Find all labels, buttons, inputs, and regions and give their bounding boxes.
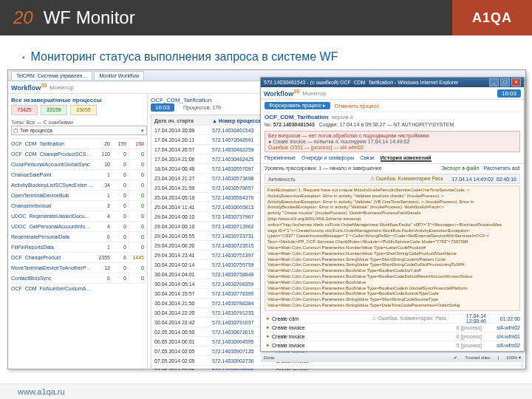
detail-tab[interactable]: Переменные bbox=[265, 155, 296, 162]
activity-row[interactable]: ▸Create invoice5 [process]sl4-wfm02 bbox=[265, 341, 520, 349]
process-type-row[interactable]: OCF_CDM_Tarification20159158 bbox=[11, 138, 144, 149]
popup-wf-header: Workflow30 Монитор 16:03 bbox=[261, 87, 524, 100]
bullet-text: Мониторинг статуса выполнения запроса в … bbox=[22, 50, 532, 64]
process-type-row[interactable]: UDOC_RegenerateUasiedDocumentList400 bbox=[11, 211, 144, 221]
force-process-button[interactable]: Форсировать процесс ▸ bbox=[265, 102, 330, 109]
footer: www.a1qa.ru bbox=[0, 383, 532, 399]
process-type-row[interactable]: ContactBlissSync600 bbox=[11, 273, 144, 283]
logo-block: A1QA bbox=[452, 0, 532, 35]
process-type-row[interactable]: OCF_ChangeProduct235581445 bbox=[11, 252, 144, 262]
screenshot-area: TelCRM. Система управлен… Monitor Workfl… bbox=[7, 69, 525, 372]
process-type-row[interactable]: RegeneratePersonalData600 bbox=[11, 231, 144, 242]
counts: 73425 22159 23655 bbox=[11, 105, 144, 115]
zoom-select[interactable]: 100% ▾ bbox=[506, 355, 521, 360]
count-yellow[interactable]: 23655 bbox=[70, 105, 97, 115]
proc-count: Процессов: 179 bbox=[183, 105, 221, 110]
popup-window: 572.14030481543 - (с ошибкой) OCF_CDM_Ta… bbox=[260, 77, 525, 352]
activity-row[interactable]: ▸Create invoice6 [process]sl4-wfm01 bbox=[265, 332, 520, 341]
brand: Workflow30 bbox=[11, 83, 47, 92]
detail-tabs: ПеременныеОчереди и семафорыСвязиИстория… bbox=[261, 154, 524, 164]
clock-badge-2[interactable]: 16:03 bbox=[151, 103, 174, 112]
ie-statusbar: Done ✔Trusted sites |100% ▾ bbox=[261, 352, 524, 362]
footer-url: www.a1qa.ru bbox=[18, 387, 65, 396]
activity-row[interactable]: ▸Create invoice6 [process]sl4-wfm02 bbox=[265, 323, 520, 332]
process-type-row[interactable]: UDOC_GetPersonalAccountInfomRegion400 bbox=[11, 221, 144, 231]
detail-tab[interactable]: История изменений bbox=[381, 155, 432, 162]
recalc-link[interactable]: Рассчитать всё bbox=[483, 166, 520, 171]
brand: Workflow30 bbox=[264, 89, 299, 98]
popup-breadcrumb: OCF_CDM_Tarification версия 4 bbox=[261, 112, 524, 122]
process-type-row[interactable]: ChangeSalePoint100 bbox=[11, 169, 144, 180]
process-type-row[interactable]: FillFinReportsData100 bbox=[11, 242, 144, 252]
id-line: №: 572.14030481543 Создан: 17.04.14 в 09… bbox=[261, 122, 524, 129]
count-green[interactable]: 22159 bbox=[41, 105, 67, 115]
count-red[interactable]: 73425 bbox=[11, 105, 38, 115]
ie-titlebar: 572.14030481543 - (с ошибкой) OCF_CDM_Ta… bbox=[261, 78, 524, 87]
activity-header: Активность⚠ Ошибка. Комментарии Раск.17.… bbox=[265, 174, 520, 184]
max-icon[interactable]: ▢ bbox=[500, 78, 510, 86]
slide: 20 WF Monitor A1QA Мониторинг статуса вы… bbox=[0, 0, 532, 399]
process-type-row[interactable]: ClosePersonalAccountGlobalSync1000 bbox=[11, 159, 144, 169]
process-row[interactable]: 07.05.2014 02:05572.14030920066Create in… bbox=[151, 365, 522, 370]
logo-text: A1QA bbox=[472, 10, 512, 26]
tab-monitor[interactable]: Monitor Workflow bbox=[94, 71, 144, 80]
slide-number: 20 bbox=[13, 7, 33, 28]
tab-telcrm[interactable]: TelCRM. Система управлен… bbox=[11, 71, 92, 80]
detail-tab[interactable]: Очереди и семафоры bbox=[301, 155, 354, 162]
section: Монитор bbox=[50, 84, 74, 91]
types-label: Типы: Все — С ошибками bbox=[11, 120, 144, 125]
export-link[interactable]: Экспорт в файл bbox=[441, 166, 480, 171]
clock-badge[interactable]: 16:03 bbox=[497, 89, 521, 98]
cancel-process-button[interactable]: Отменить процесс bbox=[335, 103, 379, 109]
type-select[interactable]: ▢ Тип процесса bbox=[11, 126, 147, 135]
close-icon[interactable]: ✕ bbox=[511, 78, 521, 86]
slide-title: WF Monitor bbox=[44, 7, 135, 28]
error-trace: FaultException`1: Request have not uniqu… bbox=[265, 185, 520, 311]
process-type-row[interactable]: ChangeIndividual200 bbox=[11, 200, 144, 211]
trace-level: Уровень трассировки: 1 — начало и заверш… bbox=[261, 164, 524, 172]
topbar: 20 WF Monitor A1QA bbox=[0, 0, 532, 35]
alert-box: Без вопросов — нет логов обработки с под… bbox=[265, 131, 520, 152]
left-panel: Все незавершённые процессы 73425 22159 2… bbox=[8, 94, 148, 370]
process-type-row[interactable]: OCF_CDM_ChangeProductSCSmsContent11000 bbox=[11, 149, 144, 159]
min-icon[interactable]: _ bbox=[489, 78, 499, 86]
process-type-row[interactable]: OCF_CDM_FixNumberCustomActions bbox=[11, 283, 144, 293]
process-type-row[interactable]: OpenTerminalDeviceBulk100 bbox=[11, 190, 144, 200]
process-type-row[interactable]: MoveTerminalDeviceToAnotherPersonalA…120… bbox=[11, 262, 144, 273]
left-head[interactable]: Все незавершённые процессы bbox=[11, 97, 144, 103]
ie-title-text: 572.14030481543 - (с ошибкой) OCF_CDM_Ta… bbox=[264, 80, 489, 85]
activity-row[interactable]: ▸Create cdm⚠ Ошибка. Комментарии. Раск.1… bbox=[265, 314, 520, 323]
detail-tab[interactable]: Связи bbox=[360, 155, 375, 162]
trusted-icon: ✔ bbox=[454, 355, 457, 360]
process-type-row[interactable]: ActivityBlockingListSCSyncExtension3400 bbox=[11, 180, 144, 190]
